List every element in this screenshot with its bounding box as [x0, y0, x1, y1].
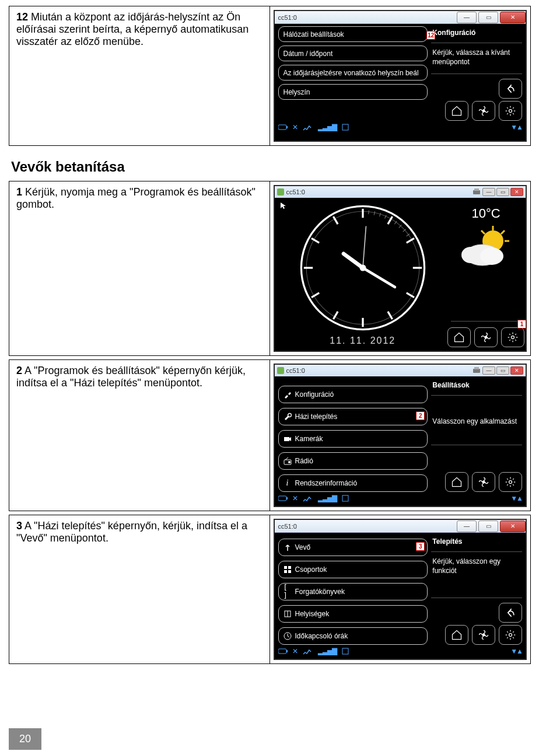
settings-button[interactable]: 1: [501, 327, 524, 347]
pointer-icon: [279, 201, 288, 209]
svg-rect-3: [286, 126, 288, 128]
home-button[interactable]: [445, 472, 468, 492]
maximize-button[interactable]: ▭: [478, 12, 498, 23]
tools-icon: [284, 390, 292, 399]
status-bar: ✕ ▂▃▅▇ ▼▲: [278, 492, 523, 506]
minimize-button[interactable]: —: [457, 521, 477, 532]
menu-item-datetime[interactable]: Dátum / időpont: [278, 46, 428, 61]
step-number: 3: [16, 520, 22, 532]
svg-rect-44: [474, 367, 479, 369]
page-number: 20: [9, 728, 41, 750]
printer-icon: [472, 366, 481, 375]
window-title: cc51:0: [286, 367, 305, 374]
menu-item-rooms[interactable]: Helyiségek: [278, 605, 428, 623]
svg-point-39: [461, 247, 480, 263]
side-heading: Beállítások: [431, 379, 522, 390]
step-3-text: 3 A "Házi telepítés" képernyőn, kérjük, …: [9, 515, 270, 663]
maximize-button[interactable]: ▭: [478, 521, 498, 532]
svg-point-32: [359, 265, 366, 271]
svg-rect-52: [286, 497, 288, 499]
home-button[interactable]: [445, 625, 468, 645]
menu-item-config[interactable]: Konfiguráció: [278, 386, 428, 403]
step-1-text: 1 Kérjük, nyomja meg a "Programok és beá…: [9, 181, 270, 355]
titlebar: cc51:0 — ▭ ✕: [275, 520, 526, 533]
menu-item-location[interactable]: Helyszín: [278, 84, 428, 100]
printer-icon: [472, 188, 481, 196]
status-bar: ✕ ▂▃▅▇ ▼▲: [278, 645, 523, 659]
settings-button[interactable]: [499, 101, 522, 121]
minimize-button[interactable]: —: [482, 188, 495, 196]
menu-item-cameras[interactable]: Kamerák: [278, 430, 428, 448]
close-button[interactable]: ✕: [510, 366, 523, 375]
side-instruction: Válasszon egy alkalmazást: [431, 417, 522, 426]
step-number: 1: [16, 186, 22, 198]
menu-item-radio[interactable]: Rádió: [278, 452, 428, 470]
app-icon: [277, 367, 284, 374]
step-badge: 3: [416, 542, 425, 551]
maximize-button[interactable]: ▭: [496, 188, 509, 196]
camera-icon: [284, 435, 292, 443]
screenshot-home: cc51:0 — ▭ ✕: [274, 185, 527, 352]
close-button[interactable]: ✕: [500, 521, 526, 532]
close-button[interactable]: ✕: [500, 12, 526, 23]
window-title: cc51:0: [278, 14, 297, 21]
step-body: A "Programok és beállítások" képernyőn k…: [16, 365, 246, 389]
scenario-icon: [ ]: [284, 588, 292, 596]
page-footer: 20: [9, 728, 531, 750]
info-icon: i: [284, 479, 292, 487]
section-heading: Vevők betanítása: [11, 159, 531, 175]
home-button[interactable]: [445, 101, 468, 121]
fan-button[interactable]: [472, 472, 495, 492]
screenshot-config: cc51:0 — ▭ ✕ Hálózati beállítások Dátum …: [274, 10, 527, 142]
fan-button[interactable]: [472, 625, 495, 645]
svg-rect-51: [278, 496, 286, 501]
date-display: 11. 11. 2012: [279, 332, 447, 347]
weather-icon: [457, 225, 515, 271]
svg-rect-64: [286, 650, 288, 652]
svg-point-1: [509, 110, 512, 113]
status-bar: ✕ ▂▃▅▇ ▼▲: [278, 121, 523, 135]
menu-item-home-install[interactable]: Házi telepítés 2: [278, 408, 428, 425]
home-button[interactable]: [447, 327, 471, 347]
step-12-text: 12 Miután a központ az időjárás-helyszín…: [9, 6, 270, 145]
settings-button[interactable]: [499, 472, 522, 492]
menu-item-groups[interactable]: Csoportok: [278, 561, 428, 578]
menu-item-weather-location[interactable]: Az időjárásjelzésre vonatkozó helyszín b…: [278, 65, 428, 81]
menu-item-network[interactable]: Hálózati beállítások: [278, 26, 428, 42]
minimize-button[interactable]: —: [482, 366, 495, 375]
svg-rect-63: [278, 649, 286, 654]
menu-item-sysinfo[interactable]: i Rendszerinformáció: [278, 474, 428, 492]
close-button[interactable]: ✕: [510, 188, 523, 196]
fan-button[interactable]: [474, 327, 498, 347]
menu-item-scenarios[interactable]: [ ] Forgatókönyvek: [278, 583, 428, 600]
svg-rect-53: [342, 495, 348, 501]
minimize-button[interactable]: —: [457, 12, 477, 23]
step-1-row: 1 Kérjük, nyomja meg a "Programok és beá…: [9, 181, 531, 356]
svg-line-37: [481, 230, 485, 234]
step-12-row: 12 Miután a központ az időjárás-helyszín…: [9, 6, 531, 146]
svg-line-48: [285, 457, 288, 460]
temperature: 10°C: [471, 206, 500, 221]
settings-button[interactable]: [499, 625, 522, 645]
titlebar: cc51:0 — ▭ ✕: [275, 11, 526, 24]
svg-rect-54: [284, 566, 287, 569]
maximize-button[interactable]: ▭: [496, 366, 509, 375]
menu-item-timers[interactable]: Időkapcsoló órák: [278, 627, 428, 645]
svg-rect-6: [474, 188, 479, 191]
step-2-text: 2 A "Programok és beállítások" képernyőn…: [9, 360, 270, 511]
clock-icon: [284, 632, 292, 640]
side-instruction: Kérjük, válasszon egy funkciót: [431, 557, 522, 575]
receiver-icon: [284, 543, 292, 551]
fan-button[interactable]: [472, 101, 495, 121]
back-button[interactable]: [499, 603, 522, 623]
menu-item-receiver[interactable]: Vevő 3: [278, 539, 428, 556]
window-title: cc51:0: [278, 523, 297, 530]
svg-point-50: [509, 481, 512, 484]
step-body: A "Házi telepítés" képernyőn, kérjük, in…: [16, 520, 247, 544]
svg-rect-2: [278, 125, 286, 130]
step-body: Kérjük, nyomja meg a "Programok és beáll…: [16, 186, 256, 210]
svg-rect-56: [284, 570, 287, 573]
svg-rect-43: [473, 369, 480, 373]
step-3-row: 3 A "Házi telepítés" képernyőn, kérjük, …: [9, 515, 531, 664]
back-button[interactable]: [499, 79, 522, 99]
